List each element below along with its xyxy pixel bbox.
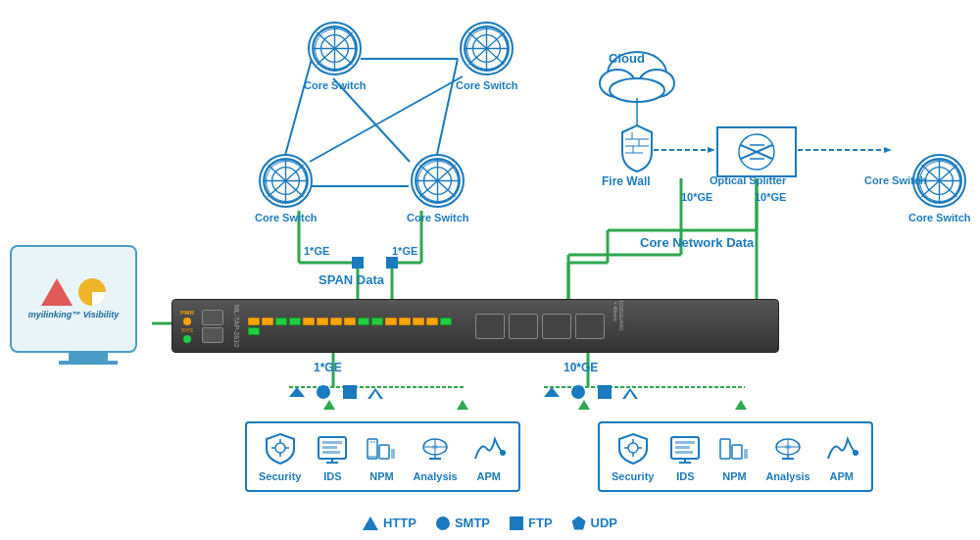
svg-marker-58 (323, 400, 335, 410)
tool-item-npm-left: NPM (364, 431, 399, 482)
svg-point-68 (466, 26, 510, 71)
protocol-legend: HTTP SMTP FTP UDP (363, 515, 617, 530)
pentagon-icon (572, 516, 586, 530)
svg-line-84 (420, 165, 456, 196)
svg-point-87 (926, 168, 954, 195)
monitor-area: myilinking™ Visibility (10, 245, 167, 402)
tool-item-security-right: Security (612, 431, 654, 482)
svg-rect-56 (598, 385, 612, 399)
monitor-shapes (41, 278, 106, 306)
svg-rect-12 (352, 257, 364, 269)
ge-out-right: 10*GE (564, 361, 598, 374)
tool-box-right: Security IDS NPM (598, 421, 873, 492)
svg-point-69 (473, 35, 501, 63)
svg-marker-57 (622, 388, 638, 399)
ge-label-4: 10*GE (755, 191, 786, 203)
svg-line-72 (469, 32, 505, 64)
svg-rect-98 (322, 441, 342, 444)
npm-label-left: NPM (369, 470, 393, 482)
udp-label: UDP (591, 515, 617, 530)
switch-circle-1 (308, 22, 362, 75)
analysis-label-right: Analysis (765, 470, 809, 482)
monitor-box: myilinking™ Visibility (10, 245, 137, 353)
svg-rect-104 (379, 445, 389, 459)
svg-point-15 (600, 70, 635, 97)
svg-rect-132 (785, 445, 791, 449)
ge-label-1: 1*GE (304, 245, 329, 257)
svg-marker-60 (735, 400, 747, 410)
circle-icon (436, 516, 450, 530)
core-switch-5-label: Core Switch (908, 212, 971, 223)
tool-item-analysis-left: Analysis (413, 431, 457, 482)
svg-point-63 (321, 35, 349, 63)
switch-circle-3 (259, 154, 313, 208)
splitter-label: Optical Splitter (710, 174, 786, 186)
svg-rect-52 (343, 385, 357, 399)
http-legend: HTTP (363, 515, 416, 530)
core-switch-3: Core Switch (255, 154, 318, 223)
core-switch-3-label: Core Switch (255, 212, 318, 223)
svg-point-55 (571, 385, 585, 399)
security-label-left: Security (259, 470, 301, 482)
svg-rect-99 (322, 446, 337, 449)
ftp-legend: FTP (510, 515, 553, 530)
svg-rect-123 (675, 451, 693, 454)
triangle-shape (41, 278, 73, 306)
svg-rect-127 (732, 445, 742, 459)
svg-line-66 (318, 32, 353, 64)
svg-marker-54 (544, 387, 560, 397)
tool-item-ids-left: IDS (315, 431, 350, 482)
svg-rect-128 (744, 449, 748, 459)
ge-out-left: 1*GE (314, 361, 342, 374)
tool-box-left: Security IDS NPM (245, 421, 520, 492)
tool-item-apm-left: APM (471, 431, 507, 482)
svg-rect-111 (432, 445, 438, 449)
svg-point-17 (610, 78, 664, 102)
svg-point-74 (265, 159, 309, 203)
svg-marker-61 (457, 400, 468, 410)
triangle-icon (363, 516, 378, 530)
svg-rect-100 (322, 451, 340, 454)
svg-line-90 (922, 165, 957, 196)
svg-line-3 (436, 59, 458, 159)
tool-item-apm-right: APM (824, 431, 859, 482)
http-label: HTTP (383, 515, 416, 530)
svg-line-91 (922, 165, 957, 196)
diagram-container: myilinking™ Visibility Core Switch (0, 0, 980, 540)
core-switch-4-label: Core Switch (407, 212, 469, 223)
svg-point-80 (416, 159, 461, 203)
switch-circle-2 (460, 22, 514, 75)
svg-line-73 (469, 32, 505, 64)
svg-rect-103 (368, 439, 377, 459)
svg-point-135 (853, 450, 858, 456)
svg-rect-126 (720, 439, 730, 459)
firewall-label: Fire Wall (602, 174, 651, 188)
svg-line-78 (269, 165, 304, 196)
svg-rect-107 (391, 449, 395, 459)
security-label-right: Security (612, 470, 654, 482)
square-icon (510, 516, 523, 530)
core-switch-4: Core Switch (407, 154, 469, 223)
ftp-label: FTP (528, 515, 553, 530)
svg-point-28 (739, 134, 774, 170)
svg-rect-27 (717, 127, 796, 176)
smtp-label: SMTP (455, 515, 490, 530)
svg-rect-121 (675, 441, 695, 444)
svg-point-114 (500, 450, 506, 456)
core-switch-2: Core Switch (456, 22, 518, 91)
svg-marker-59 (578, 400, 590, 410)
monitor-stand (69, 353, 108, 361)
svg-point-81 (424, 168, 452, 195)
apm-label-right: APM (829, 470, 853, 482)
svg-line-30 (741, 145, 772, 159)
analysis-label-left: Analysis (413, 470, 457, 482)
tool-item-security-left: Security (259, 431, 301, 482)
ge-label-3: 10*GE (681, 191, 712, 203)
core-switch-5: Core Switch (908, 154, 971, 223)
svg-line-67 (318, 32, 353, 64)
svg-point-75 (272, 168, 300, 195)
switch-circle-4 (411, 154, 465, 208)
svg-point-62 (314, 26, 358, 71)
ids-label-right: IDS (676, 470, 694, 482)
svg-marker-34 (884, 147, 892, 153)
